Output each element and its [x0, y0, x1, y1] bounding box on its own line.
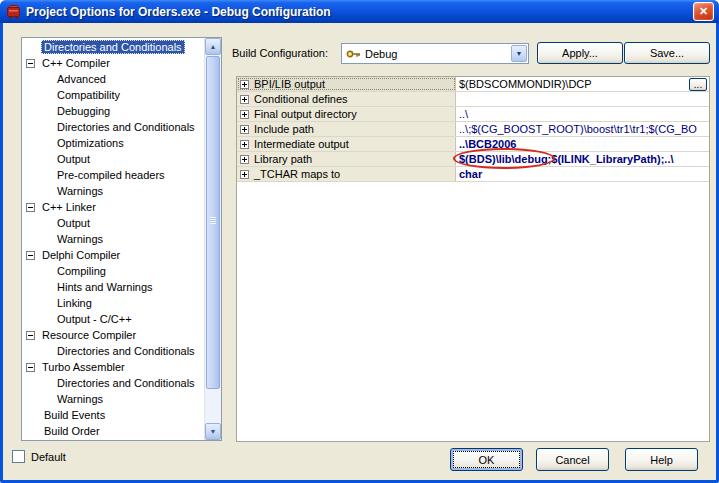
build-configuration-select[interactable]: Debug ▼: [341, 43, 529, 64]
tree-item[interactable]: Compiling: [22, 263, 204, 279]
project-options-window: Project Options for Orders.exe - Debug C…: [0, 0, 719, 483]
tree-scrollbar[interactable]: ▲ ▼: [204, 38, 221, 440]
scroll-up-button[interactable]: ▲: [205, 38, 221, 55]
tree-item[interactable]: Debugging: [22, 103, 204, 119]
tree-item[interactable]: Warnings: [22, 391, 204, 407]
tree-item[interactable]: Delphi Compiler: [22, 247, 204, 263]
tree-item[interactable]: Directories and Conditionals: [22, 119, 204, 135]
tree-item[interactable]: Warnings: [22, 183, 204, 199]
collapse-icon[interactable]: [26, 331, 35, 340]
collapse-icon[interactable]: [26, 203, 35, 212]
tree-item[interactable]: Pre-compiled headers: [22, 167, 204, 183]
build-configuration-value: Debug: [365, 48, 397, 60]
scrollbar-thumb[interactable]: [206, 56, 220, 389]
property-name: Final output directory: [254, 108, 357, 120]
tree-item-label: Directories and Conditionals: [41, 40, 185, 54]
tree-item[interactable]: C++ Compiler: [22, 55, 204, 71]
property-name-cell[interactable]: Conditional defines: [237, 92, 456, 106]
expand-icon[interactable]: [240, 140, 249, 149]
property-name-cell[interactable]: _TCHAR maps to: [237, 167, 456, 181]
default-checkbox[interactable]: [12, 450, 25, 463]
collapse-icon[interactable]: [26, 363, 35, 372]
property-row[interactable]: Library path$(BDS)\lib\debug;$(ILINK_Lib…: [237, 152, 709, 167]
property-row[interactable]: Final output directory..\: [237, 107, 709, 122]
tree-item[interactable]: Resource Compiler: [22, 327, 204, 343]
close-button[interactable]: ✕: [693, 2, 714, 21]
tree-item[interactable]: Hints and Warnings: [22, 279, 204, 295]
property-name-cell[interactable]: BPI/LIB output: [237, 77, 456, 91]
chevron-down-icon: ▼: [516, 50, 523, 57]
apply-button[interactable]: Apply...: [537, 42, 623, 64]
help-button[interactable]: Help: [625, 448, 698, 471]
property-value-cell[interactable]: char: [456, 167, 709, 181]
property-value-cell[interactable]: ..\;$(CG_BOOST_ROOT)\boost\tr1\tr1;$(CG_…: [456, 122, 709, 136]
tree-item[interactable]: Linking: [22, 295, 204, 311]
tree-item[interactable]: Output - C/C++: [22, 311, 204, 327]
property-value-cell[interactable]: $(BDSCOMMONDIR)\DCP...: [456, 77, 709, 91]
property-value-cell[interactable]: [456, 92, 709, 106]
tree-item[interactable]: Output: [22, 215, 204, 231]
tree-item[interactable]: Output: [22, 151, 204, 167]
expand-icon[interactable]: [240, 95, 249, 104]
property-grid[interactable]: BPI/LIB output$(BDSCOMMONDIR)\DCP...Cond…: [236, 76, 710, 442]
property-value-cell[interactable]: ..\: [456, 107, 709, 121]
tree-item-label: Directories and Conditionals: [54, 120, 198, 134]
ok-button[interactable]: OK: [450, 448, 523, 471]
property-value-cell[interactable]: ..\BCB2006: [456, 137, 709, 151]
property-row[interactable]: BPI/LIB output$(BDSCOMMONDIR)\DCP...: [237, 77, 709, 92]
scroll-up-icon: ▲: [210, 43, 217, 50]
property-name-cell[interactable]: Final output directory: [237, 107, 456, 121]
property-row[interactable]: _TCHAR maps tochar: [237, 167, 709, 182]
key-icon: [346, 48, 361, 60]
expand-icon[interactable]: [240, 110, 249, 119]
scroll-down-icon: ▼: [210, 428, 217, 435]
options-tree[interactable]: Directories and ConditionalsC++ Compiler…: [21, 37, 222, 441]
tree-item-label: Output - C/C++: [54, 312, 135, 326]
property-name-cell[interactable]: Include path: [237, 122, 456, 136]
browse-button[interactable]: ...: [689, 78, 707, 91]
tree-item-label: Compatibility: [54, 88, 123, 102]
property-name: Include path: [254, 123, 314, 135]
titlebar[interactable]: Project Options for Orders.exe - Debug C…: [0, 0, 719, 23]
expand-icon[interactable]: [240, 170, 249, 179]
tree-item[interactable]: Build Order: [22, 423, 204, 439]
tree-item[interactable]: Compatibility: [22, 87, 204, 103]
build-configuration-label: Build Configuration:: [232, 47, 328, 59]
cancel-button[interactable]: Cancel: [536, 448, 609, 471]
tree-item[interactable]: Build Events: [22, 407, 204, 423]
property-row[interactable]: Conditional defines: [237, 92, 709, 107]
tree-item[interactable]: Warnings: [22, 231, 204, 247]
tree-item[interactable]: Advanced: [22, 71, 204, 87]
collapse-icon[interactable]: [26, 59, 35, 68]
expand-icon[interactable]: [240, 155, 249, 164]
scrollbar-track[interactable]: [205, 55, 221, 423]
close-icon: ✕: [699, 5, 708, 17]
tree-item-label: C++ Compiler: [39, 56, 113, 70]
property-row[interactable]: Include path..\;$(CG_BOOST_ROOT)\boost\t…: [237, 122, 709, 137]
tree-item-label: Warnings: [54, 184, 106, 198]
expand-icon[interactable]: [240, 80, 249, 89]
tree-item[interactable]: Turbo Assembler: [22, 359, 204, 375]
tree-item-label: C++ Linker: [39, 200, 99, 214]
tree-item-label: Debugging: [54, 104, 113, 118]
property-name: BPI/LIB output: [254, 78, 325, 90]
tree-item[interactable]: Optimizations: [22, 135, 204, 151]
collapse-icon[interactable]: [26, 251, 35, 260]
property-value: $(ILINK_LibraryPath);..\: [551, 153, 673, 165]
combo-dropdown-button[interactable]: ▼: [511, 45, 527, 62]
tree-item[interactable]: Directories and Conditionals: [22, 343, 204, 359]
property-row[interactable]: Intermediate output..\BCB2006: [237, 137, 709, 152]
property-grid-rows: BPI/LIB output$(BDSCOMMONDIR)\DCP...Cond…: [237, 77, 709, 182]
tree-item[interactable]: Directories and Conditionals: [22, 39, 204, 55]
tree-item-label: Directories and Conditionals: [54, 376, 198, 390]
scroll-down-button[interactable]: ▼: [205, 423, 221, 440]
property-name-cell[interactable]: Library path: [237, 152, 456, 166]
expand-icon[interactable]: [240, 125, 249, 134]
property-value-cell[interactable]: $(BDS)\lib\debug;$(ILINK_LibraryPath);..…: [456, 152, 709, 166]
save-button[interactable]: Save...: [624, 42, 710, 64]
tree-item[interactable]: Directories and Conditionals: [22, 375, 204, 391]
property-name: _TCHAR maps to: [254, 168, 340, 180]
property-name-cell[interactable]: Intermediate output: [237, 137, 456, 151]
annotated-value: $(BDS)\lib\debug;: [459, 153, 551, 165]
tree-item[interactable]: C++ Linker: [22, 199, 204, 215]
